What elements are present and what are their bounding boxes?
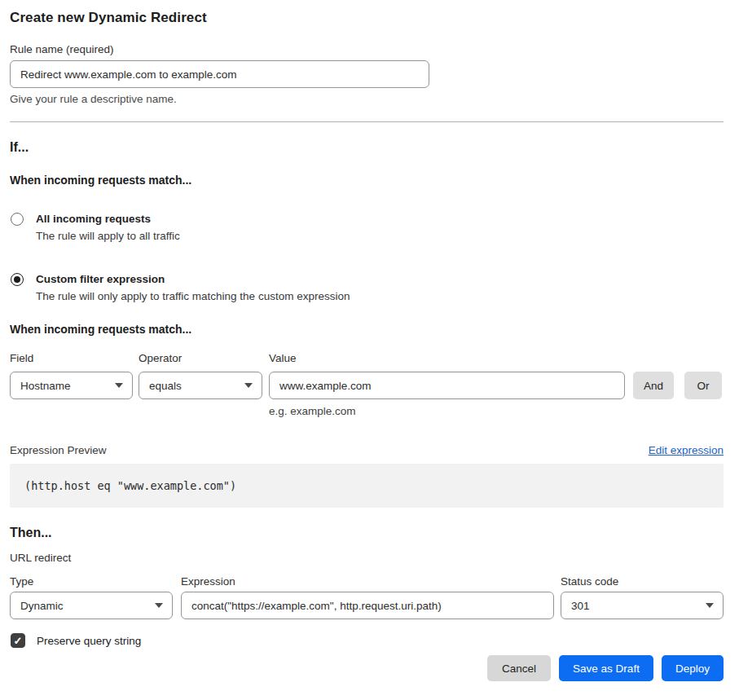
filter-builder-heading: When incoming requests match... [10,322,724,337]
status-code-select[interactable]: 301 [561,592,724,619]
type-select-value: Dynamic [20,600,64,612]
then-labels-row: Type Expression Status code [10,575,724,588]
field-label: Field [10,351,133,365]
expression-preview-header: Expression Preview Edit expression [10,443,724,458]
save-as-draft-button[interactable]: Save as Draft [559,655,653,681]
type-select[interactable]: Dynamic [10,592,173,619]
cancel-button[interactable]: Cancel [487,655,551,681]
value-label: Value [269,351,625,365]
match-heading: When incoming requests match... [10,173,724,187]
radio-option-all-requests[interactable]: All incoming requests The rule will appl… [10,210,724,244]
value-helper-text: e.g. example.com [269,404,724,418]
radio-label: Custom filter expression [36,271,350,288]
operator-select[interactable]: equals [139,372,262,399]
radio-unselected-icon[interactable] [11,213,24,226]
section-divider [10,121,724,122]
radio-description: The rule will only apply to traffic matc… [36,288,350,305]
page-title: Create new Dynamic Redirect [10,0,724,27]
radio-selected-icon[interactable] [11,273,24,286]
checkbox-checked-icon[interactable] [11,633,25,648]
expression-preview-label: Expression Preview [10,443,107,458]
then-controls-row: Dynamic 301 [10,592,724,619]
then-heading: Then... [10,525,724,541]
chevron-down-icon [244,383,253,388]
redirect-expression-input[interactable] [181,592,554,619]
operator-select-value: equals [149,380,182,392]
radio-description: The rule will apply to all traffic [36,227,180,244]
filter-controls-row: Hostname equals And Or [10,372,724,399]
status-code-select-value: 301 [571,600,590,612]
type-label: Type [10,575,173,588]
rule-name-input[interactable] [10,60,429,88]
expression-label: Expression [181,575,554,588]
and-button[interactable]: And [633,372,674,399]
chevron-down-icon [115,383,123,388]
field-select-value: Hostname [20,380,71,392]
footer-actions: Cancel Save as Draft Deploy [10,655,724,681]
operator-label: Operator [139,351,262,365]
edit-expression-link[interactable]: Edit expression [649,443,724,458]
status-code-label: Status code [561,575,724,588]
field-select[interactable]: Hostname [10,372,133,399]
chevron-down-icon [155,603,163,608]
rule-name-help: Give your rule a descriptive name. [10,92,724,106]
preserve-query-row[interactable]: Preserve query string [10,633,724,648]
url-redirect-label: URL redirect [10,551,724,565]
rule-name-label: Rule name (required) [10,42,724,56]
create-redirect-form: Create new Dynamic Redirect Rule name (r… [0,0,739,681]
or-button[interactable]: Or [684,372,722,399]
radio-option-custom-expression[interactable]: Custom filter expression The rule will o… [10,271,724,305]
preserve-query-label: Preserve query string [37,635,141,647]
radio-label: All incoming requests [36,210,180,227]
deploy-button[interactable]: Deploy [662,655,724,681]
if-heading: If... [10,139,724,156]
expression-preview-code: (http.host eq "www.example.com") [10,464,724,508]
chevron-down-icon [706,603,714,608]
value-input[interactable] [269,372,625,399]
filter-labels-row: Field Operator Value [10,351,724,365]
